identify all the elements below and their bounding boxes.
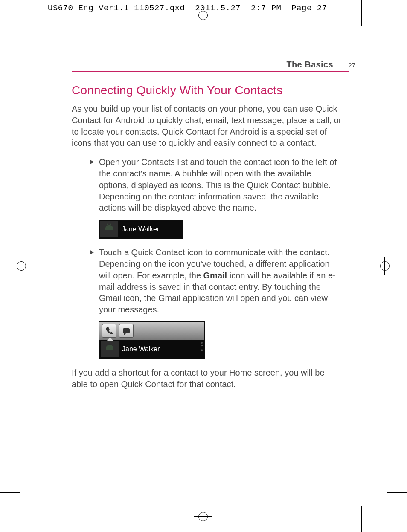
section-title: The Basics	[72, 60, 349, 69]
phone-icon	[106, 327, 113, 334]
contact-chip-screenshot: Jane Walker	[99, 220, 183, 239]
bullet-text: Touch a Quick Contact icon to communicat…	[99, 247, 342, 315]
bullet-triangle-icon	[90, 159, 94, 165]
contact-row: Jane Walker B C D	[99, 340, 204, 358]
crop-mark	[44, 0, 44, 26]
contact-avatar-icon	[101, 341, 119, 357]
bold-term: Gmail	[204, 271, 227, 280]
bubble-pointer-icon	[107, 337, 113, 341]
sms-action-button	[119, 324, 134, 338]
contact-name: Jane Walker	[122, 344, 160, 353]
registration-mark-icon	[375, 257, 394, 275]
page-content: Connecting Quickly With Your Contacts As…	[72, 84, 342, 398]
print-slug-line: US670_Eng_Ver1.1_110527.qxd 2011.5.27 2:…	[48, 3, 327, 13]
heading: Connecting Quickly With Your Contacts	[72, 84, 342, 97]
crop-mark	[0, 492, 20, 493]
header-rule	[72, 71, 349, 72]
crop-mark	[0, 39, 20, 39]
contact-name: Jane Walker	[122, 225, 159, 234]
bullet-text: Open your Contacts list and touch the co…	[99, 156, 342, 214]
outro-paragraph: If you add a shortcut for a contact to y…	[72, 367, 342, 390]
bullet-triangle-icon	[90, 250, 94, 255]
page-number: 27	[348, 61, 355, 69]
bullet-text-line: Touch a Quick Contact icon to communicat…	[99, 248, 329, 257]
quick-contact-screenshot: Jane Walker B C D	[99, 321, 205, 359]
registration-mark-icon	[194, 507, 212, 526]
contact-avatar-icon	[100, 221, 118, 237]
sms-icon	[123, 328, 130, 333]
crop-mark	[44, 506, 44, 532]
running-header: The Basics 27	[72, 60, 349, 72]
crop-mark	[387, 492, 407, 493]
quick-contact-action-bar	[99, 322, 204, 340]
crop-mark	[361, 0, 362, 26]
phone-action-button	[102, 324, 116, 338]
intro-paragraph: As you build up your list of contacts on…	[72, 103, 342, 149]
bullet-item: Open your Contacts list and touch the co…	[90, 156, 342, 239]
index-letters: B C D	[201, 341, 203, 352]
crop-mark	[361, 506, 362, 532]
bullet-item: Touch a Quick Contact icon to communicat…	[90, 247, 342, 359]
registration-mark-icon	[12, 257, 31, 275]
crop-mark	[387, 39, 407, 39]
